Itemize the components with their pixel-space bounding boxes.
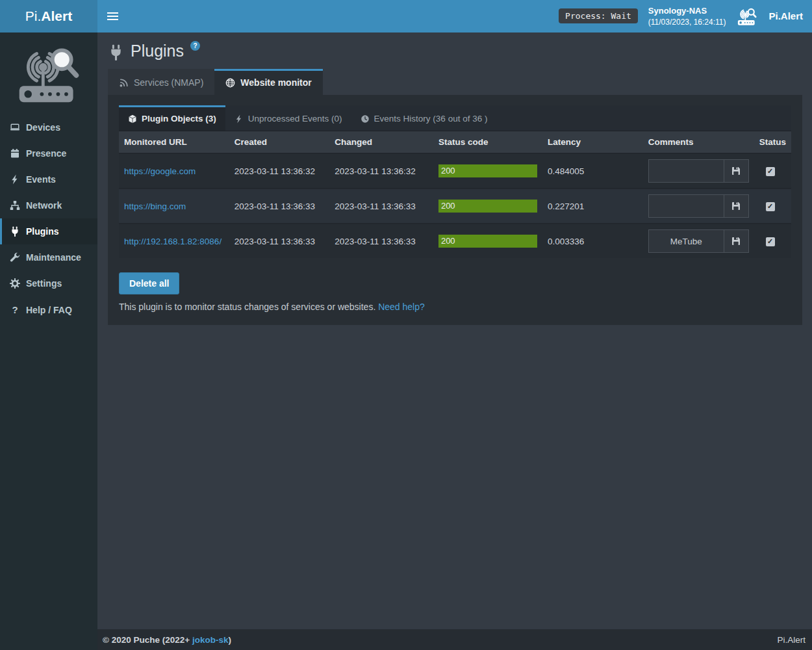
brand-bold: Alert (41, 8, 72, 24)
save-comment-button[interactable] (724, 160, 748, 182)
sidebar-menu: Devices Presence Events Network Plugins … (0, 114, 97, 323)
sidebar-toggle-button[interactable] (97, 0, 127, 32)
created-cell: 2023-03-11 13:36:32 (229, 153, 330, 188)
comment-input[interactable] (649, 195, 724, 217)
status-checkbox[interactable]: ✓ (766, 167, 775, 176)
tab-website-monitor[interactable]: Website monitor (214, 69, 322, 95)
save-icon (731, 236, 741, 246)
laptop-icon (10, 122, 20, 133)
page-title-text: Plugins (131, 42, 184, 60)
status-code-bar: 200 (438, 200, 537, 213)
plug-icon (108, 44, 124, 60)
monitored-url-link[interactable]: https://bing.com (124, 202, 186, 211)
plug-icon (10, 226, 20, 237)
tab-services-nmap[interactable]: Services (NMAP) (108, 69, 214, 95)
cube-icon (128, 114, 137, 124)
wrench-icon (10, 252, 20, 263)
signal-icon (119, 78, 129, 88)
tab-unprocessed-events[interactable]: Unprocessed Events (0) (225, 105, 351, 131)
navbar: Process: Wait Synology-NAS (11/03/2023, … (97, 0, 812, 32)
col-latency: Latency (542, 131, 643, 153)
comment-input[interactable] (649, 230, 724, 252)
sidebar-item-presence[interactable]: Presence (0, 140, 97, 166)
sidebar-item-help-faq[interactable]: ? Help / FAQ (0, 296, 97, 323)
save-comment-button[interactable] (724, 195, 748, 217)
sidebar-item-network[interactable]: Network (0, 192, 97, 218)
monitored-url-link[interactable]: https://google.com (124, 166, 196, 176)
save-icon (731, 166, 741, 176)
latency-cell: 0.484005 (542, 153, 643, 188)
footer: © 2020 Puche (2022+ jokob-sk) Pi.Alert (97, 629, 812, 650)
comment-input[interactable] (649, 160, 724, 182)
question-icon: ? (10, 304, 20, 315)
sidebar-item-maintenance[interactable]: Maintenance (0, 244, 97, 270)
sidebar-item-settings[interactable]: Settings (0, 270, 97, 296)
col-comments: Comments (643, 131, 754, 153)
comment-input-group (648, 159, 749, 183)
col-status-code: Status code (433, 131, 542, 153)
monitored-url-link[interactable]: http://192.168.1.82:8086/ (124, 237, 222, 246)
brand-logo[interactable]: Pi.Alert (0, 0, 97, 32)
tab-plugin-objects[interactable]: Plugin Objects (3) (119, 105, 225, 131)
plugin-description-text: This plugin is to monitor status changes… (119, 302, 378, 312)
delete-all-button[interactable]: Delete all (119, 272, 179, 294)
bolt-icon (235, 114, 244, 124)
plugin-tabs: Services (NMAP) Website monitor (108, 69, 802, 95)
copyright-text: © 2020 Puche (2022+ (103, 635, 192, 645)
top-header: Pi.Alert Process: Wait Synology-NAS (11/… (0, 0, 812, 32)
pialert-router-icon (736, 6, 758, 26)
globe-icon (225, 78, 235, 88)
sidebar-item-label: Presence (26, 148, 66, 159)
table-row: https://bing.com 2023-03-11 13:36:33 202… (119, 188, 791, 224)
changed-cell: 2023-03-11 13:36:33 (329, 224, 433, 258)
sidebar-item-events[interactable]: Events (0, 166, 97, 192)
jokob-sk-link[interactable]: jokob-sk (192, 635, 229, 645)
plugin-inner-tabs: Plugin Objects (3) Unprocessed Events (0… (119, 105, 791, 131)
sidebar-item-devices[interactable]: Devices (0, 114, 97, 140)
save-comment-button[interactable] (724, 230, 748, 252)
changed-cell: 2023-03-11 13:36:33 (329, 188, 433, 224)
sidebar: Devices Presence Events Network Plugins … (0, 32, 97, 650)
navbar-right: Process: Wait Synology-NAS (11/03/2023, … (559, 5, 812, 28)
save-icon (731, 201, 741, 211)
pialert-logo (0, 32, 97, 108)
brand-prefix: Pi. (25, 8, 42, 24)
tab-label: Plugin Objects (3) (142, 114, 216, 124)
table-row: https://google.com 2023-03-11 13:36:32 2… (119, 153, 791, 188)
process-status-badge: Process: Wait (559, 8, 638, 23)
tab-label: Unprocessed Events (0) (248, 114, 342, 124)
plugin-objects-table: Monitored URL Created Changed Status cod… (119, 131, 791, 258)
copyright-close: ) (228, 635, 231, 645)
clock-icon (361, 114, 370, 124)
created-cell: 2023-03-11 13:36:33 (229, 224, 330, 258)
sidebar-item-plugins[interactable]: Plugins (0, 218, 97, 244)
sidebar-item-label: Help / FAQ (26, 305, 72, 315)
table-row: http://192.168.1.82:8086/ 2023-03-11 13:… (119, 224, 791, 258)
sidebar-item-label: Devices (26, 122, 60, 133)
changed-cell: 2023-03-11 13:36:32 (329, 153, 433, 188)
sidebar-item-label: Plugins (26, 226, 59, 237)
status-checkbox[interactable]: ✓ (766, 202, 775, 211)
plugin-description: This plugin is to monitor status changes… (119, 302, 791, 312)
col-monitored-url: Monitored URL (119, 131, 229, 153)
status-code-bar: 200 (438, 235, 537, 248)
help-badge[interactable]: ? (190, 41, 200, 51)
col-status: Status (754, 131, 791, 153)
latency-cell: 0.227201 (542, 188, 643, 224)
status-code-bar: 200 (438, 164, 537, 177)
page-title: Plugins ? (108, 42, 802, 60)
comment-input-group (648, 194, 749, 218)
sitemap-icon (10, 200, 20, 211)
tab-label: Events History (36 out of 36 ) (374, 114, 488, 124)
created-cell: 2023-03-11 13:36:33 (229, 188, 330, 224)
comment-input-group (648, 229, 749, 253)
hamburger-icon (107, 12, 118, 14)
need-help-link[interactable]: Need help? (378, 302, 425, 312)
main-content: Plugins ? Services (NMAP) Website monito… (97, 32, 812, 629)
bolt-icon (10, 174, 20, 185)
sidebar-item-label: Network (26, 200, 62, 211)
status-checkbox[interactable]: ✓ (766, 237, 775, 246)
host-timestamp: (11/03/2023, 16:24:11) (648, 17, 726, 28)
latency-cell: 0.003336 (542, 224, 643, 258)
tab-events-history[interactable]: Events History (36 out of 36 ) (351, 105, 497, 131)
